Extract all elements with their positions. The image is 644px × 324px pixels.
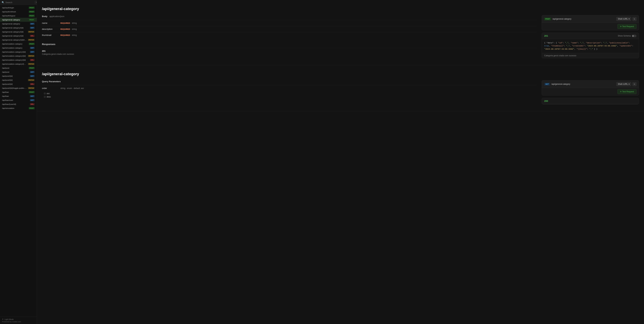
param-type: string	[72, 22, 77, 24]
shell-curl-label: Shell cURL	[618, 83, 628, 85]
sidebar-nav-item[interactable]: /api/auth/logoutPOST	[0, 14, 37, 18]
sidebar-nav-item[interactable]: /api/post/{id}PATCH	[0, 78, 37, 82]
shell-curl-label: Shell cURL	[618, 18, 628, 20]
nav-item-path: /api/simulation	[2, 107, 28, 109]
sidebar-nav-item[interactable]: /api/simulationPOST	[0, 106, 37, 110]
sidebar-nav-item[interactable]: /api/auth/refreshPOST	[0, 10, 37, 14]
copy-button[interactable]: ⧉	[632, 82, 636, 86]
nav-item-method-badge: GET	[30, 71, 35, 73]
copy-button[interactable]: ⧉	[632, 17, 636, 21]
sidebar-nav-item[interactable]: /api/general-category/{id}DEL	[0, 34, 37, 38]
section-right: GET /api/general-category Shell cURL ▾ ⧉…	[542, 80, 639, 104]
sidebar-nav-item[interactable]: /api/banPOST	[0, 90, 37, 94]
sidebar-nav-item[interactable]: /api/simulation-categoryGET	[0, 46, 37, 50]
sidebar-nav-item[interactable]: /api/general-categoryPOST	[0, 18, 37, 22]
sidebar-nav-item[interactable]: /api/general-category/{id}PATCH	[0, 30, 37, 34]
nav-item-path: /api/ban/{userId}	[2, 103, 29, 105]
nav-item-path: /api/ban	[2, 91, 28, 93]
sidebar-nav-item[interactable]: /api/ban/{userId}DEL	[0, 102, 37, 106]
request-panel: POST /api/general-category Shell cURL ▾ …	[542, 15, 639, 30]
sidebar-nav-item[interactable]: /api/banGET	[0, 94, 37, 98]
nav-item-path: /api/general-category	[2, 23, 29, 25]
sidebar-nav: /api/auth/loginPOST/api/auth/refreshPOST…	[0, 5, 37, 317]
search-kbd: ⌘K	[34, 1, 37, 4]
body-type: application/json	[49, 15, 64, 17]
sidebar-nav-item[interactable]: /api/post/{id}DEL	[0, 82, 37, 86]
response-description: Categoria geral criada com sucesso	[42, 53, 537, 55]
param-row: order string · enum · default: asc	[42, 85, 537, 91]
sidebar: 🔍 ⌘K /api/auth/loginPOST/api/auth/refres…	[0, 0, 37, 324]
nav-item-method-badge: GET	[30, 47, 35, 49]
sidebar-nav-item[interactable]: /api/postPOST	[0, 66, 37, 70]
param-row: description Required string	[42, 26, 537, 32]
response-panel-header: 200	[542, 98, 639, 104]
request-controls: Shell cURL ▾ ⧉	[616, 82, 636, 86]
endpoint-path: /api/general-category	[552, 83, 570, 85]
nav-item-method-badge: PATCH	[28, 39, 35, 41]
query-label: Query Parameters	[42, 80, 537, 83]
nav-item-method-badge: POST	[29, 14, 35, 17]
test-request-button[interactable]: ✈ Test Request	[618, 89, 636, 94]
nav-item-path: /api/post/{id}	[2, 79, 27, 81]
api-section-post-general-category: /api/general-category Body application/j…	[37, 0, 644, 65]
status-code: 201	[544, 34, 548, 37]
nav-item-path: /api/general-category/{id}/toggle-public…	[2, 39, 27, 41]
search-bar[interactable]: 🔍 ⌘K	[0, 0, 37, 5]
nav-item-method-badge: POST	[29, 10, 35, 13]
request-panel: GET /api/general-category Shell cURL ▾ ⧉…	[542, 80, 639, 96]
nav-item-path: /api/simulation-category	[2, 43, 28, 45]
sidebar-footer: ✦ Light Mode Powered by scalar.com	[0, 317, 37, 324]
nav-item-method-badge: GET	[30, 95, 35, 97]
api-section-get-general-category: /api/general-category Query Parameters o…	[37, 65, 644, 111]
shell-curl-select[interactable]: Shell cURL ▾	[616, 82, 631, 86]
nav-item-method-badge: DEL	[30, 59, 35, 61]
nav-item-path: /api/simulation-category	[2, 47, 29, 49]
nav-item-path: /api/simulation-category/{id}/toggle-pub…	[2, 63, 27, 65]
enum-item: asc	[44, 92, 537, 95]
param-type: string	[72, 28, 77, 30]
sidebar-nav-item[interactable]: /api/simulation-category/{id}GET	[0, 50, 37, 54]
method-badge: GET	[544, 83, 550, 86]
sidebar-nav-item[interactable]: /api/general-category/{id}GET	[0, 26, 37, 30]
nav-item-path: /api/simulation-category/{id}	[2, 51, 29, 53]
search-icon: 🔍	[2, 1, 4, 4]
sidebar-nav-item[interactable]: /api/post/{id}/toggle-public-availabilit…	[0, 86, 37, 90]
endpoint-path: /api/general-category	[552, 18, 571, 20]
response-item: 201 Categoria geral criada com sucesso	[42, 48, 537, 57]
show-schema-label: Show Schema	[618, 35, 631, 37]
nav-item-path: /api/post/{id}	[2, 83, 29, 85]
nav-item-method-badge: DEL	[30, 83, 35, 85]
nav-item-method-badge: PATCH	[28, 63, 35, 65]
light-mode-label: Light Mode	[4, 318, 14, 320]
nav-item-path: /api/auth/logout	[2, 15, 28, 17]
sidebar-nav-item[interactable]: /api/simulation-categoryPOST	[0, 42, 37, 46]
search-input[interactable]	[5, 1, 34, 4]
sidebar-nav-item[interactable]: /api/auth/loginPOST	[0, 6, 37, 10]
section-right: POST /api/general-category Shell cURL ▾ …	[542, 15, 639, 58]
nav-item-method-badge: GET	[30, 23, 35, 25]
enum-dot	[44, 96, 46, 98]
request-header: POST /api/general-category Shell cURL ▾ …	[542, 15, 639, 23]
sun-icon: ✦	[2, 318, 4, 320]
sidebar-nav-item[interactable]: /api/simulation-category/{id}DEL	[0, 58, 37, 62]
nav-item-method-badge: DEL	[30, 103, 35, 105]
body-label: Body application/json	[42, 15, 537, 17]
nav-item-method-badge: PATCH	[28, 55, 35, 57]
shell-curl-select[interactable]: Shell cURL ▾	[616, 17, 631, 21]
sidebar-nav-item[interactable]: /api/ban/userGET	[0, 98, 37, 102]
sidebar-nav-item[interactable]: /api/post/{id}GET	[0, 74, 37, 78]
show-schema-toggle[interactable]: Show Schema	[618, 35, 636, 37]
light-mode-toggle[interactable]: ✦ Light Mode	[2, 318, 35, 320]
nav-item-path: /api/general-category/{id}	[2, 27, 29, 29]
nav-item-method-badge: PATCH	[28, 31, 35, 33]
test-request-button[interactable]: ✈ Test Request	[618, 24, 636, 29]
sidebar-nav-item[interactable]: /api/simulation-category/{id}PATCH	[0, 54, 37, 58]
param-required: Required	[60, 22, 70, 24]
section-left: Query Parameters order string · enum · d…	[42, 80, 537, 99]
nav-item-path: /api/general-category/{id}	[2, 35, 29, 37]
sidebar-nav-item[interactable]: /api/general-category/{id}/toggle-public…	[0, 38, 37, 42]
sidebar-nav-item[interactable]: /api/simulation-category/{id}/toggle-pub…	[0, 62, 37, 66]
sidebar-nav-item[interactable]: /api/general-categoryGET	[0, 22, 37, 26]
schema-toggle-switch[interactable]	[632, 35, 636, 37]
sidebar-nav-item[interactable]: /api/postGET	[0, 70, 37, 74]
